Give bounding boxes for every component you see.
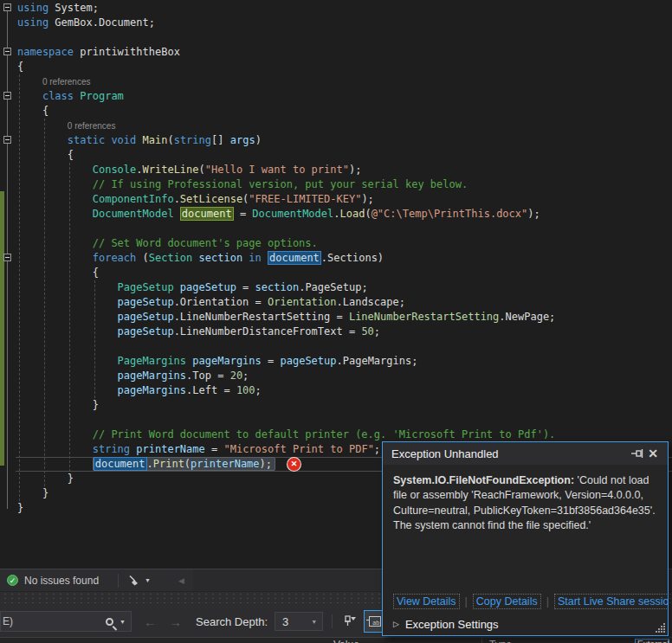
- code-line[interactable]: PageSetup pageSetup = section.PageSetup;: [16, 280, 672, 295]
- link-separator: |: [546, 595, 549, 608]
- pin-filter-icon[interactable]: [341, 614, 357, 628]
- code-line[interactable]: 0 references: [16, 74, 672, 89]
- code-line[interactable]: PageMargins pageMargins = pageSetup.Page…: [16, 354, 672, 369]
- code-line[interactable]: using System;: [16, 1, 672, 16]
- search-input-text: E): [1, 615, 106, 627]
- indent-guide: [69, 163, 70, 472]
- search-depth-value: 3: [282, 615, 307, 628]
- pin-icon[interactable]: [630, 446, 645, 461]
- code-line[interactable]: [16, 222, 672, 236]
- code-line[interactable]: ComponentInfo.SetLicense("FREE-LIMITED-K…: [16, 192, 672, 207]
- search-icon[interactable]: [106, 618, 113, 626]
- indent-guide: [19, 74, 20, 501]
- search-depth-dropdown[interactable]: 3 ▼: [275, 612, 323, 631]
- code-line[interactable]: // Set Word document's page options.: [16, 236, 672, 251]
- chevron-down-icon[interactable]: ▼: [120, 619, 126, 625]
- search-depth-label: Search Depth:: [196, 615, 268, 628]
- exception-popup-titlebar[interactable]: Exception Unhandled ✕: [383, 442, 668, 465]
- collapse-minus-icon[interactable]: [3, 48, 11, 55]
- copy-details-link[interactable]: Copy Details: [473, 594, 541, 609]
- code-line[interactable]: [16, 30, 672, 45]
- code-line[interactable]: {: [16, 104, 672, 119]
- write-reference-highlight: document: [180, 207, 234, 221]
- divider: [332, 614, 333, 628]
- collapse-minus-icon[interactable]: [3, 254, 11, 261]
- watch-grid-header-sliver: Value Type External: [0, 637, 672, 643]
- ab-label-icon: ab: [369, 616, 381, 627]
- scroll-left-arrow-icon[interactable]: ◀: [178, 576, 184, 585]
- column-header-value[interactable]: Value: [333, 639, 359, 643]
- vs-editor-window: { "colors": { "editor_background": "#1E1…: [0, 0, 672, 643]
- live-share-link[interactable]: Start Live Share session...: [554, 594, 668, 609]
- code-line[interactable]: class Program: [16, 89, 672, 104]
- selection-highlight: document: [268, 251, 321, 265]
- code-line[interactable]: using GemBox.Document;: [16, 16, 672, 30]
- code-line[interactable]: pageSetup.LineNumberRestartSetting = Lin…: [16, 310, 672, 325]
- exception-message-body: System.IO.FileNotFoundException: 'Could …: [383, 465, 668, 590]
- column-divider[interactable]: [481, 638, 482, 643]
- exception-type: System.IO.FileNotFoundException:: [393, 474, 574, 486]
- column-header-type[interactable]: Type: [489, 639, 512, 643]
- code-line[interactable]: // If using Professional version, put yo…: [16, 177, 672, 192]
- code-line[interactable]: pageMargins.Top = 20;: [16, 369, 672, 383]
- nav-forward-icon[interactable]: →: [169, 614, 182, 629]
- exception-action-links: View Details | Copy Details | Start Live…: [383, 590, 668, 613]
- exception-settings-label: Exception Settings: [405, 618, 499, 631]
- exception-popup: Exception Unhandled ✕ System.IO.FileNotF…: [382, 441, 669, 636]
- collapse-minus-icon[interactable]: [3, 136, 11, 144]
- nav-back-icon[interactable]: ←: [144, 614, 157, 629]
- exception-error-icon[interactable]: ✕: [288, 458, 300, 471]
- code-line[interactable]: namespace printiwiththeBox: [16, 45, 672, 60]
- check-circle-icon: ✓: [7, 575, 18, 586]
- resize-grip[interactable]: [655, 622, 666, 633]
- link-separator: |: [465, 595, 468, 608]
- popup-title-text: Exception Unhandled: [391, 447, 499, 460]
- indent-guide: [44, 119, 45, 486]
- collapse-minus-icon[interactable]: [3, 3, 11, 11]
- code-line[interactable]: {: [16, 148, 672, 163]
- code-line[interactable]: foreach (Section section in document.Sec…: [16, 251, 672, 266]
- code-line[interactable]: [16, 413, 672, 428]
- code-line[interactable]: static void Main(string[] args): [16, 133, 672, 148]
- close-icon[interactable]: ✕: [645, 446, 661, 461]
- editor-gutter: [0, 0, 16, 569]
- code-cleanup-broom-icon[interactable]: [127, 575, 140, 587]
- code-line[interactable]: {: [16, 60, 672, 74]
- code-line[interactable]: 0 references: [16, 119, 672, 133]
- current-statement-box: document.Print(printerName);: [93, 457, 275, 471]
- external-tab[interactable]: External: [635, 639, 669, 643]
- code-line[interactable]: // Print Word document to default printe…: [16, 428, 672, 442]
- code-line[interactable]: [16, 339, 672, 354]
- code-line[interactable]: }: [16, 398, 672, 413]
- indent-guide: [94, 280, 95, 398]
- exception-settings-expander[interactable]: ▷ Exception Settings: [383, 613, 668, 635]
- view-details-link[interactable]: View Details: [393, 594, 460, 609]
- divider: [118, 574, 119, 588]
- code-lines[interactable]: using System;using GemBox.Document;names…: [16, 1, 672, 516]
- code-line[interactable]: {: [16, 266, 672, 280]
- chevron-down-icon: ▼: [311, 619, 317, 625]
- code-line[interactable]: pageSetup.Orientation = Orientation.Land…: [16, 295, 672, 310]
- chevron-down-icon[interactable]: ▼: [145, 577, 151, 583]
- code-line[interactable]: pageSetup.LineNumberDistanceFromText = 5…: [16, 325, 672, 339]
- code-line[interactable]: DocumentModel document = DocumentModel.L…: [16, 207, 672, 222]
- expand-arrow-icon: ▷: [393, 620, 399, 628]
- code-line[interactable]: pageMargins.Left = 100;: [16, 383, 672, 398]
- selection-highlight: document: [94, 457, 147, 471]
- collapse-minus-icon[interactable]: [3, 92, 11, 100]
- watch-search-input[interactable]: E) ▼: [0, 611, 132, 632]
- issues-status-text[interactable]: No issues found: [24, 575, 99, 587]
- code-line[interactable]: Console.WriteLine("Hello I want to print…: [16, 163, 672, 177]
- change-tracking-bar: [0, 191, 4, 466]
